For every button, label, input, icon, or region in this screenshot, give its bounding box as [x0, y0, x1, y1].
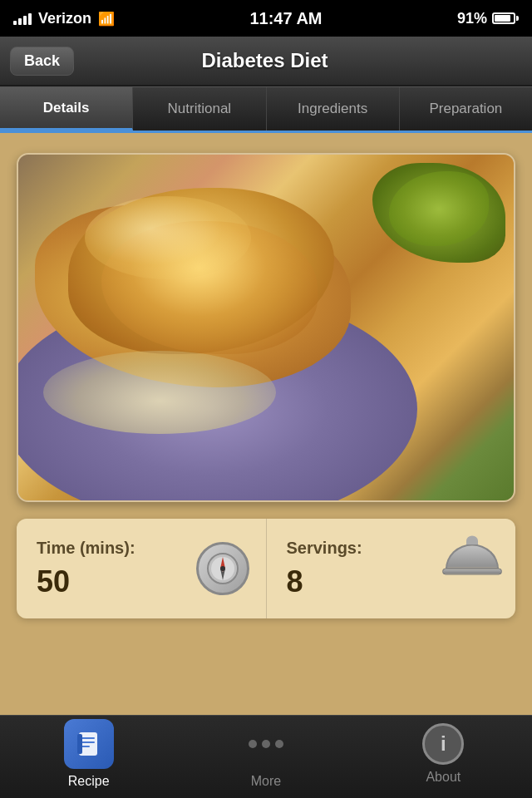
recipe-label: Recipe — [68, 774, 110, 789]
wifi-icon: 📶 — [98, 11, 115, 27]
tab-ingredients[interactable]: Ingredients — [267, 87, 400, 131]
main-content: Time (mins): 50 Servings: 8 — [0, 133, 532, 638]
nav-title: Diabetes Diet — [74, 49, 456, 72]
food-image-container — [17, 153, 515, 502]
signal-bar-2 — [18, 18, 22, 25]
food-image — [18, 155, 514, 500]
recipe-icon — [64, 719, 114, 769]
status-left: Verizon 📶 — [13, 10, 115, 27]
compass-icon — [196, 542, 249, 595]
dot-1 — [249, 740, 257, 748]
back-button[interactable]: Back — [10, 47, 74, 76]
tab-bar: Details Nutritional Ingredients Preparat… — [0, 86, 532, 133]
status-bar: Verizon 📶 11:47 AM 91% — [0, 0, 532, 37]
about-icon: i — [422, 723, 464, 765]
time-value: 50 — [37, 564, 70, 599]
dot-2 — [262, 740, 270, 748]
svg-rect-8 — [81, 746, 90, 747]
dot-3 — [275, 740, 283, 748]
tab-details[interactable]: Details — [0, 87, 133, 131]
svg-point-4 — [220, 566, 225, 571]
servings-value: 8 — [287, 564, 303, 599]
servings-card: Servings: 8 — [266, 519, 516, 618]
battery-icon — [492, 12, 519, 24]
signal-bar-3 — [23, 16, 27, 25]
dish-highlight — [85, 196, 251, 279]
signal-bars — [13, 12, 32, 25]
nav-bar: Back Diabetes Diet — [0, 37, 532, 86]
dish-onion — [43, 351, 276, 434]
info-cards: Time (mins): 50 Servings: 8 — [17, 519, 515, 618]
bottom-nav-about[interactable]: i About — [355, 723, 532, 791]
carrier-label: Verizon — [38, 10, 91, 27]
tab-nutritional[interactable]: Nutritional — [133, 87, 266, 131]
status-right: 91% — [457, 10, 519, 27]
tab-preparation[interactable]: Preparation — [400, 87, 532, 131]
cloche-icon — [442, 563, 502, 575]
battery-percent: 91% — [457, 10, 487, 27]
status-time: 11:47 AM — [249, 9, 322, 28]
more-label: More — [251, 774, 281, 789]
signal-bar-4 — [28, 13, 32, 25]
about-label: About — [426, 770, 461, 785]
signal-bar-1 — [13, 21, 17, 25]
bottom-nav: Recipe More i About — [0, 715, 532, 798]
more-dots-icon — [249, 719, 283, 769]
svg-rect-9 — [77, 734, 82, 754]
bottom-nav-recipe[interactable]: Recipe — [0, 719, 177, 796]
bottom-nav-more[interactable]: More — [177, 719, 354, 796]
time-card: Time (mins): 50 — [17, 519, 266, 618]
svg-rect-7 — [81, 741, 95, 743]
servings-label: Servings: — [287, 539, 362, 558]
svg-rect-6 — [81, 737, 95, 739]
time-label: Time (mins): — [37, 539, 135, 558]
